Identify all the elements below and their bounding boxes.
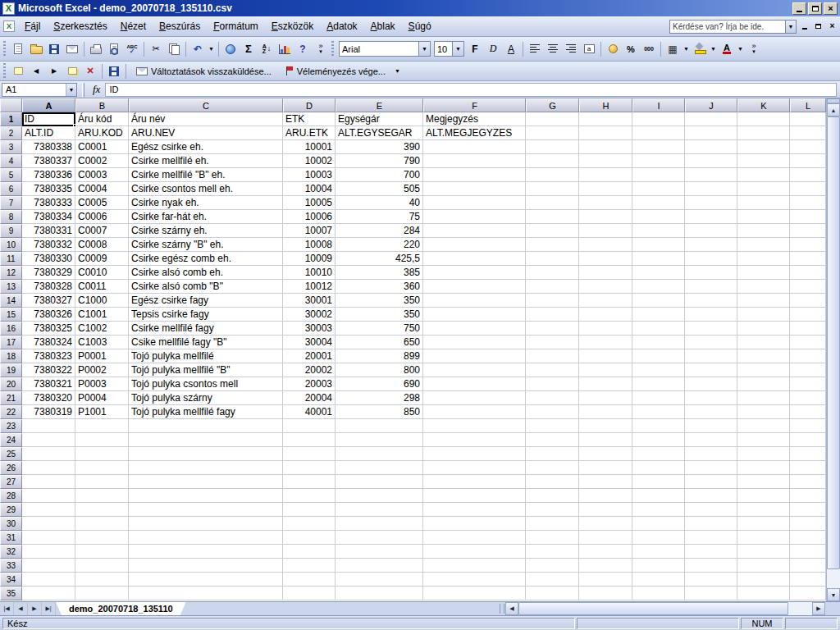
cell-D27[interactable] xyxy=(283,475,336,489)
previous-sheet-button[interactable]: ◀ xyxy=(14,602,28,615)
row-header-14[interactable]: 14 xyxy=(0,294,22,308)
cell-L29[interactable] xyxy=(790,503,826,517)
borders-dropdown-icon[interactable]: ▼ xyxy=(682,41,691,57)
cell-A10[interactable]: 7380332 xyxy=(22,238,75,252)
cell-L7[interactable] xyxy=(790,196,826,210)
cell-K35[interactable] xyxy=(737,587,790,600)
workbook-restore-button[interactable] xyxy=(812,21,824,32)
cell-C28[interactable] xyxy=(129,489,283,503)
cell-B7[interactable]: C0005 xyxy=(75,196,129,210)
align-left-icon[interactable] xyxy=(526,41,544,57)
cell-B8[interactable]: C0006 xyxy=(75,210,129,224)
cell-A24[interactable] xyxy=(22,433,75,447)
cell-A18[interactable]: 7380323 xyxy=(22,349,75,363)
cell-L24[interactable] xyxy=(790,433,826,447)
cell-K7[interactable] xyxy=(737,196,790,210)
row-header-23[interactable]: 23 xyxy=(0,419,22,433)
cell-I9[interactable] xyxy=(632,224,685,238)
cell-A16[interactable]: 7380325 xyxy=(22,322,75,336)
cell-L9[interactable] xyxy=(790,224,826,238)
row-header-16[interactable]: 16 xyxy=(0,322,22,336)
cell-E13[interactable]: 360 xyxy=(336,280,423,294)
cell-K2[interactable] xyxy=(737,126,790,140)
cell-J21[interactable] xyxy=(685,391,737,405)
cell-D31[interactable] xyxy=(283,531,336,545)
show-all-comments-icon[interactable] xyxy=(63,63,81,80)
name-box[interactable]: A1 ▼ xyxy=(2,83,77,97)
cell-G35[interactable] xyxy=(526,587,579,600)
row-header-6[interactable]: 6 xyxy=(0,182,22,196)
cell-E17[interactable]: 650 xyxy=(336,336,423,349)
font-name-select[interactable]: Arial ▼ xyxy=(339,41,431,57)
cell-I1[interactable] xyxy=(632,112,685,126)
update-file-icon[interactable] xyxy=(105,63,123,80)
cell-C4[interactable]: Csirke mellfilé eh. xyxy=(129,154,283,168)
cell-C30[interactable] xyxy=(129,517,283,531)
cell-L34[interactable] xyxy=(790,573,826,587)
sheet-tab-demo_20070718_135110[interactable]: demo_20070718_135110 xyxy=(56,602,186,615)
cell-E34[interactable] xyxy=(336,573,423,587)
cell-G23[interactable] xyxy=(526,419,579,433)
menu-item-eszközök[interactable]: Eszközök xyxy=(265,18,320,34)
cell-D19[interactable]: 20002 xyxy=(283,363,336,377)
col-header-C[interactable]: C xyxy=(129,98,283,112)
cell-C15[interactable]: Tepsis csirke fagy xyxy=(129,308,283,322)
cell-F20[interactable] xyxy=(423,377,526,391)
cell-A17[interactable]: 7380324 xyxy=(22,336,75,349)
cell-D18[interactable]: 20001 xyxy=(283,349,336,363)
cell-J6[interactable] xyxy=(685,182,737,196)
row-header-17[interactable]: 17 xyxy=(0,336,22,349)
cell-H19[interactable] xyxy=(579,363,632,377)
cell-G32[interactable] xyxy=(526,545,579,559)
next-sheet-button[interactable]: ▶ xyxy=(28,602,42,615)
cell-E7[interactable]: 40 xyxy=(336,196,423,210)
cell-B19[interactable]: P0002 xyxy=(75,363,129,377)
cell-L17[interactable] xyxy=(790,336,826,349)
cell-K33[interactable] xyxy=(737,559,790,573)
cell-C31[interactable] xyxy=(129,531,283,545)
row-header-10[interactable]: 10 xyxy=(0,238,22,252)
cell-F33[interactable] xyxy=(423,559,526,573)
cell-F25[interactable] xyxy=(423,447,526,461)
cell-L26[interactable] xyxy=(790,461,826,475)
cell-K1[interactable] xyxy=(737,112,790,126)
cell-H26[interactable] xyxy=(579,461,632,475)
underline-icon[interactable]: A xyxy=(502,41,520,57)
cell-K19[interactable] xyxy=(737,363,790,377)
cell-I11[interactable] xyxy=(632,252,685,266)
cell-F4[interactable] xyxy=(423,154,526,168)
cell-K34[interactable] xyxy=(737,573,790,587)
cell-G26[interactable] xyxy=(526,461,579,475)
spelling-icon[interactable]: ABC✓ xyxy=(123,41,141,57)
chart-wizard-icon[interactable] xyxy=(276,41,294,57)
cell-C10[interactable]: Csirke szárny "B" eh. xyxy=(129,238,283,252)
row-header-3[interactable]: 3 xyxy=(0,140,22,154)
cell-J14[interactable] xyxy=(685,294,737,308)
cell-D34[interactable] xyxy=(283,573,336,587)
cell-J4[interactable] xyxy=(685,154,737,168)
cell-H11[interactable] xyxy=(579,252,632,266)
cell-J18[interactable] xyxy=(685,349,737,363)
cell-D2[interactable]: ARU.ETK xyxy=(283,126,336,140)
menu-item-adatok[interactable]: Adatok xyxy=(320,18,363,34)
ask-a-question-box[interactable]: Kérdése van? Írja be ide. xyxy=(669,20,786,34)
cell-K17[interactable] xyxy=(737,336,790,349)
sort-ascending-icon[interactable]: AZ↓ xyxy=(258,41,276,57)
cell-F19[interactable] xyxy=(423,363,526,377)
cell-L28[interactable] xyxy=(790,489,826,503)
cell-A14[interactable]: 7380327 xyxy=(22,294,75,308)
cell-F14[interactable] xyxy=(423,294,526,308)
cell-I5[interactable] xyxy=(632,168,685,182)
fill-color-icon[interactable] xyxy=(691,41,709,57)
cell-A9[interactable]: 7380331 xyxy=(22,224,75,238)
mail-icon[interactable] xyxy=(63,41,81,57)
cell-D10[interactable]: 10008 xyxy=(283,238,336,252)
cell-B11[interactable]: C0009 xyxy=(75,252,129,266)
excel-app-icon[interactable]: X xyxy=(2,2,15,15)
next-comment-icon[interactable]: ▶ xyxy=(45,63,63,80)
cell-E26[interactable] xyxy=(336,461,423,475)
cell-L22[interactable] xyxy=(790,405,826,419)
cell-C25[interactable] xyxy=(129,447,283,461)
col-header-A[interactable]: A xyxy=(22,98,75,112)
cell-H13[interactable] xyxy=(579,280,632,294)
